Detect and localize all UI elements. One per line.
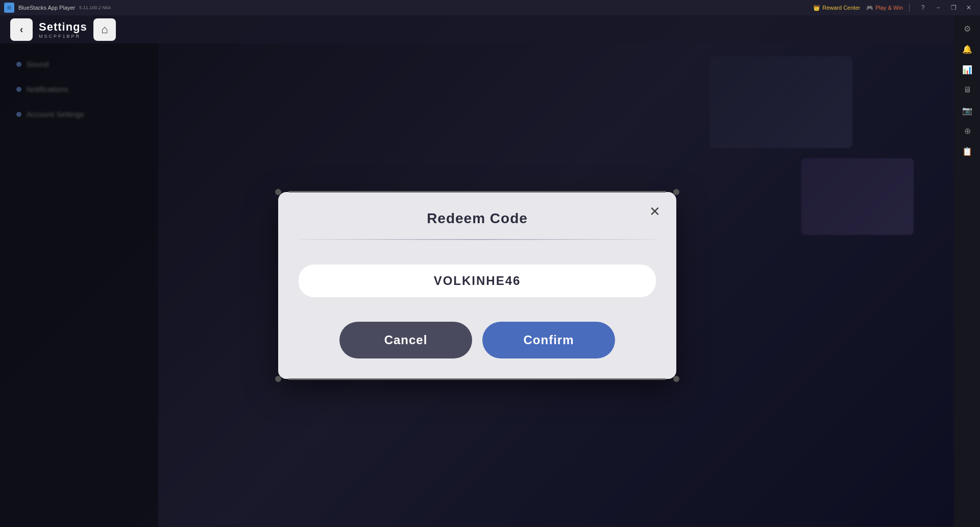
window-controls: ? − ❐ ✕ [916,3,976,13]
cancel-button[interactable]: Cancel [339,322,472,358]
play-and-win[interactable]: 🎮 Play & Win [866,5,903,11]
minimize-button[interactable]: − [931,3,945,13]
redeem-code-modal: ✕ Redeem Code Cancel Confirm [278,192,676,379]
app-nav: ‹ Settings MSCPF1BPR ⌂ [0,15,954,43]
resize-line-top[interactable] [288,191,666,193]
home-button[interactable]: ⌂ [93,18,116,41]
maximize-button[interactable]: ❐ [946,3,961,13]
app-version: 5.11.100.2 N64 [79,5,111,10]
app-name: BlueStacks App Player [18,5,75,11]
title-bar: BlueStacks App Player 5.11.100.2 N64 👑 R… [0,0,980,15]
title-bar-right: 👑 Reward Center 🎮 Play & Win ? − ❐ ✕ [813,3,976,13]
reward-center[interactable]: 👑 Reward Center [813,5,860,11]
right-icon-notifications[interactable]: 🔔 [958,40,976,58]
app-area: ‹ Settings MSCPF1BPR ⌂ Sound Notificatio… [0,15,954,527]
back-icon: ‹ [20,23,23,35]
modal-close-button[interactable]: ✕ [646,202,664,221]
play-icon: 🎮 [866,5,873,11]
resize-handle-br[interactable] [673,376,679,382]
page-subtitle: MSCPF1BPR [39,34,87,39]
right-icon-settings[interactable]: ⚙ [958,19,976,38]
bluestacks-logo [4,3,14,13]
modal-buttons: Cancel Confirm [299,322,656,358]
home-icon: ⌂ [101,23,108,36]
reward-icon: 👑 [813,5,820,11]
code-input-container[interactable] [299,265,656,297]
right-icon-performance[interactable]: 📊 [958,60,976,79]
title-bar-left: BlueStacks App Player 5.11.100.2 N64 [4,3,111,13]
modal-title: Redeem Code [299,210,656,227]
right-sidebar: ⚙ 🔔 📊 🖥 📷 ⊕ 📋 [954,15,980,527]
back-button[interactable]: ‹ [10,18,33,41]
page-title: Settings [39,20,87,34]
code-input[interactable] [314,274,641,288]
right-icon-camera[interactable]: 📷 [958,101,976,119]
resize-handle-tl[interactable] [275,189,281,195]
modal-overlay: ✕ Redeem Code Cancel Confirm [0,43,954,527]
modal-divider [299,239,656,240]
confirm-button[interactable]: Confirm [482,322,615,358]
resize-handle-bl[interactable] [275,376,281,382]
right-icon-clipboard[interactable]: 📋 [958,142,976,160]
nav-title-container: Settings MSCPF1BPR [39,20,87,39]
right-icon-add[interactable]: ⊕ [958,122,976,140]
right-icon-display[interactable]: 🖥 [958,81,976,99]
close-button[interactable]: ✕ [962,3,976,13]
help-button[interactable]: ? [916,3,930,13]
resize-line-bottom[interactable] [288,378,666,380]
resize-handle-tr[interactable] [673,189,679,195]
